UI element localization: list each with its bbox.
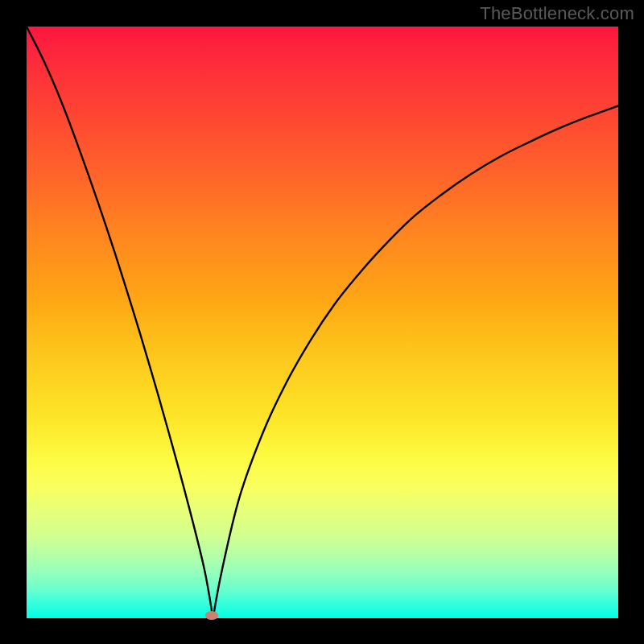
- optimum-marker: [205, 611, 218, 620]
- bottleneck-curve: [27, 27, 618, 618]
- curve-path: [27, 27, 618, 618]
- watermark-text: TheBottleneck.com: [480, 3, 634, 24]
- chart-frame: TheBottleneck.com: [0, 0, 644, 644]
- plot-area: [27, 27, 618, 618]
